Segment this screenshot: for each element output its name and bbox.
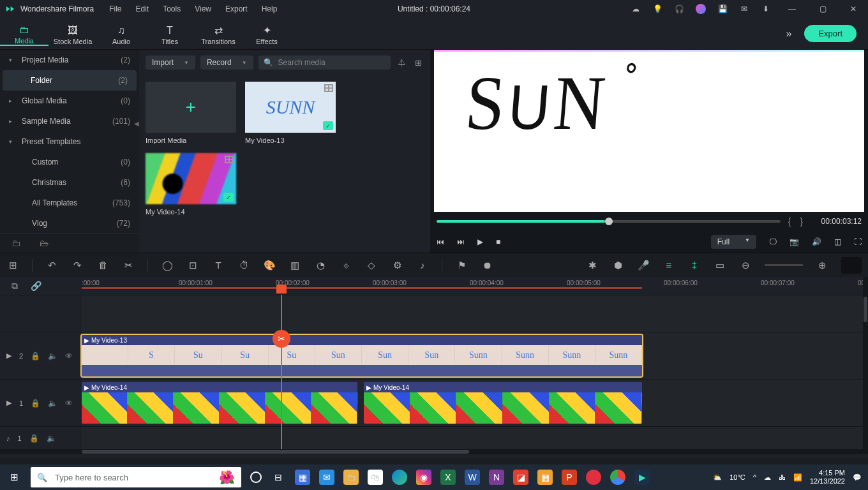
mixer-icon[interactable]: ≡ [662,260,675,271]
app2-icon[interactable]: ◪ [513,470,528,485]
text-icon[interactable]: T [212,260,225,271]
sidebar-item-vlog[interactable]: Vlog(72) [0,213,139,234]
task-view-icon[interactable]: ⊟ [271,470,286,485]
grid-view-icon[interactable]: ⊞ [412,58,424,68]
temperature[interactable]: 10°C [730,473,745,481]
auto-icon[interactable]: ✱ [586,260,599,271]
maximize-button[interactable]: ▢ [813,4,832,13]
mic-icon[interactable]: 🎤 [637,260,650,271]
tab-media[interactable]: 🗀Media [0,22,49,46]
opera-icon[interactable] [586,470,601,485]
fullscreen-icon[interactable]: ⛶ [854,237,862,246]
audio-icon[interactable]: ♪ [416,260,429,271]
idea-icon[interactable]: 💡 [652,4,662,14]
explorer-icon[interactable]: 🗀 [343,470,359,485]
clip-video14-a[interactable]: ▶My Video-14 [82,382,357,424]
zoom-slider[interactable] [765,264,803,266]
adjust-icon[interactable]: ⚙ [391,260,403,271]
instagram-icon[interactable]: ◉ [416,470,431,485]
quality-dropdown[interactable]: Full▼ [711,235,756,249]
menu-file[interactable]: File [109,4,121,13]
greenscreen-icon[interactable]: ▥ [288,260,301,271]
powerpoint-icon[interactable]: P [562,470,577,485]
media-item-video13[interactable]: SUNN✓ My Video-13 [245,82,336,144]
tab-effects[interactable]: ✦Effects [243,22,291,45]
minimize-button[interactable]: — [782,4,802,13]
clip-video14-b[interactable]: ▶My Video-14 [364,382,642,424]
tab-titles[interactable]: TTitles [146,22,194,45]
record-icon[interactable]: ⏺ [481,260,493,271]
app3-icon[interactable]: ▦ [537,470,553,485]
notifications-icon[interactable]: 💬 [853,473,862,482]
menu-edit[interactable]: Edit [136,4,149,13]
chrome-icon[interactable] [610,470,625,485]
headphones-icon[interactable]: 🎧 [674,4,684,14]
prev-frame-button[interactable]: ⏮ [437,237,444,246]
link-icon[interactable]: 🔗 [31,281,41,291]
filter-icon[interactable]: ⏃ [396,58,407,68]
timeline-v-scrollbar[interactable] [863,277,868,453]
display-icon[interactable]: 🖵 [769,237,777,246]
store-icon[interactable]: 🛍 [368,470,383,485]
hide-icon[interactable]: 👁 [65,352,73,360]
menu-export[interactable]: Export [225,4,248,13]
menu-help[interactable]: Help [262,4,278,13]
redo-icon[interactable]: ↷ [71,260,84,271]
word-icon[interactable]: W [465,470,480,485]
snap-icon[interactable]: ‡ [688,260,701,271]
scissor-icon[interactable]: ✂ [273,330,290,348]
sidebar-item-preset-templates[interactable]: ▾Preset Templates [0,131,139,152]
excel-icon[interactable]: X [440,470,456,485]
sidebar-item-christmas[interactable]: Christmas(6) [0,172,139,193]
timeline-ruler[interactable]: :00:0000:00:01:0000:00:02:0000:00:03:000… [82,277,868,295]
more-tabs-button[interactable]: » [786,28,792,40]
zoom-out-icon[interactable]: ⊖ [739,260,752,271]
taskbar-search[interactable]: 🔍Type here to search🌺 [31,467,241,487]
stop-button[interactable]: ■ [496,237,500,246]
profile-icon[interactable] [696,4,706,14]
menu-view[interactable]: View [195,4,211,13]
magnet-icon[interactable]: ⬢ [611,260,624,271]
lock-icon[interactable]: 🔒 [31,399,40,408]
zoom-in-icon[interactable]: ⊕ [816,260,828,271]
start-button[interactable]: ⊞ [0,471,28,483]
hide-icon[interactable]: 👁 [65,399,73,408]
close-button[interactable]: ✕ [844,4,863,13]
cortana-icon[interactable] [250,471,262,483]
speed-icon[interactable]: ⏱ [237,260,250,271]
timer-icon[interactable]: ◔ [314,260,327,271]
sidebar-item-all-templates[interactable]: All Templates(753) [0,193,139,213]
import-media-tile[interactable]: + Import Media [146,82,236,144]
tab-audio[interactable]: ♫Audio [97,22,146,45]
duplicate-icon[interactable]: ⧉ [11,281,18,292]
cut-icon[interactable]: ✂ [122,260,135,271]
menu-tools[interactable]: Tools [163,4,181,13]
timeline-h-scrollbar[interactable] [0,449,868,454]
keyframe-icon[interactable]: ◇ [365,260,378,271]
mute-icon[interactable]: 🔈 [48,399,57,408]
sidebar-item-folder[interactable]: Folder(2) [3,70,137,91]
sidebar-item-global-media[interactable]: ▸Global Media(0) [0,91,139,111]
folder-open-icon[interactable]: 🗁 [40,238,49,249]
crop-icon[interactable]: ⊡ [186,260,199,271]
record-dropdown[interactable]: Record▼ [200,56,253,70]
media-item-video14[interactable]: ✓ My Video-14 [146,153,236,216]
import-dropdown[interactable]: Import▼ [146,56,195,70]
next-frame-button[interactable]: ⏭ [457,237,465,246]
tray-chevron-icon[interactable]: ^ [753,473,756,481]
taskbar-clock[interactable]: 4:15 PM 12/13/2022 [810,469,845,486]
filmora-icon[interactable]: ▶ [634,470,650,485]
new-folder-icon[interactable]: 🗀 [11,238,20,249]
undo-icon[interactable]: ↶ [45,260,58,271]
mail-icon[interactable]: ✉ [319,470,334,485]
tab-stock-media[interactable]: 🖼Stock Media [49,22,97,45]
download-icon[interactable]: ⬇ [761,4,771,14]
edge-icon[interactable] [392,470,407,485]
volume-icon[interactable]: 🔊 [812,237,821,246]
onenote-icon[interactable]: N [489,470,504,485]
mute-icon[interactable]: 🔈 [48,352,57,360]
collapse-sidebar-icon[interactable]: ◀ [134,120,139,129]
tray-wifi-icon[interactable]: 📶 [793,473,802,482]
play-button[interactable]: ▶ [477,237,483,246]
fit-icon[interactable]: ▭ [714,260,726,271]
